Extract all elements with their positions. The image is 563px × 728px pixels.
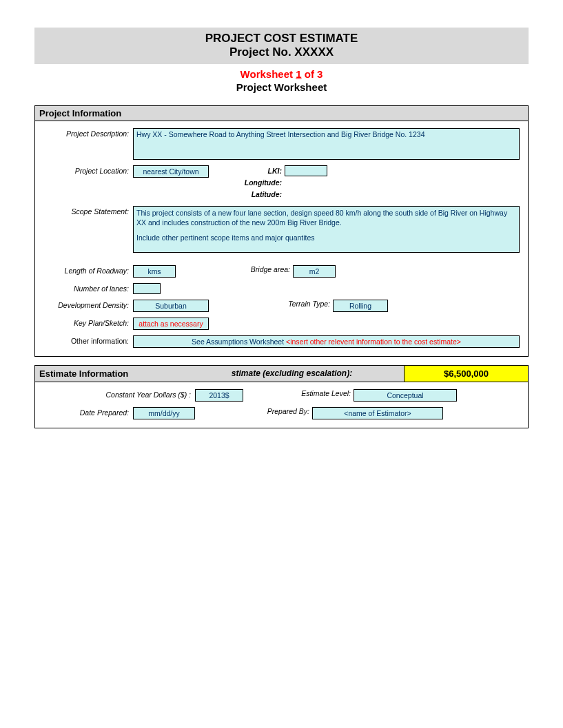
field-estimate-level[interactable]: Conceptual bbox=[354, 389, 457, 402]
label-density: Development Density: bbox=[43, 300, 133, 309]
label-date-prepared: Date Prepared: bbox=[43, 407, 133, 417]
label-scope: Scope Statement: bbox=[43, 206, 133, 216]
label-other: Other information: bbox=[43, 335, 133, 345]
label-description: Project Description: bbox=[43, 128, 133, 138]
label-longitude: Longitude: bbox=[229, 178, 285, 187]
field-location[interactable]: nearest City/town bbox=[133, 165, 209, 178]
field-lanes[interactable] bbox=[133, 283, 161, 294]
field-other[interactable]: See Assumptions Worksheet <insert other … bbox=[133, 335, 520, 348]
title-line1: PROJECT COST ESTIMATE bbox=[34, 32, 529, 45]
label-keyplan: Key Plan/Sketch: bbox=[43, 318, 133, 327]
field-bridge-area[interactable]: m2 bbox=[293, 265, 336, 278]
field-constant-year[interactable]: 2013$ bbox=[195, 389, 243, 402]
label-prepared-by: Prepared By: bbox=[243, 407, 312, 415]
label-length: Length of Roadway: bbox=[43, 265, 133, 275]
field-latitude bbox=[285, 189, 327, 200]
field-keyplan[interactable]: attach as necessary bbox=[133, 318, 209, 330]
project-info-header: Project Information bbox=[35, 106, 528, 121]
field-lki[interactable] bbox=[285, 165, 327, 176]
title-line2: Project No. XXXXX bbox=[34, 45, 529, 59]
project-information-section: Project Information Project Description:… bbox=[34, 105, 529, 357]
label-estimate-level: Estimate Level: bbox=[285, 389, 354, 397]
label-terrain: Terrain Type: bbox=[271, 300, 333, 308]
label-latitude: Latitude: bbox=[229, 190, 285, 198]
field-scope[interactable]: This project consists of a new four lane… bbox=[133, 206, 520, 253]
title-banner: PROJECT COST ESTIMATE Project No. XXXXX bbox=[34, 28, 529, 64]
field-description[interactable]: Hwy XX - Somewhere Road to Anything Stre… bbox=[133, 128, 520, 160]
worksheet-title: Project Worksheet bbox=[34, 81, 529, 93]
estimate-info-header: Estimate Information bbox=[35, 366, 180, 382]
label-constant-year: Constant Year Dollars ($) : bbox=[85, 389, 195, 399]
field-terrain[interactable]: Rolling bbox=[333, 300, 388, 312]
field-longitude bbox=[285, 177, 327, 188]
label-location: Project Location: bbox=[43, 165, 133, 175]
label-lanes: Number of lanes: bbox=[43, 283, 133, 293]
field-date-prepared[interactable]: mm/dd/yy bbox=[133, 407, 195, 419]
estimate-information-section: Estimate Information stimate (excluding … bbox=[34, 365, 529, 428]
worksheet-number: Worksheet 1 of 3 bbox=[34, 68, 529, 80]
label-bridge-area: Bridge area: bbox=[238, 265, 293, 273]
field-length[interactable]: kms bbox=[133, 265, 176, 278]
estimate-subtitle: stimate (excluding escalation): bbox=[180, 366, 404, 382]
label-lki: LKI: bbox=[229, 167, 285, 175]
estimate-amount: $6,500,000 bbox=[404, 366, 528, 382]
field-prepared-by[interactable]: <name of Estimator> bbox=[312, 407, 443, 419]
field-density[interactable]: Suburban bbox=[133, 300, 209, 312]
